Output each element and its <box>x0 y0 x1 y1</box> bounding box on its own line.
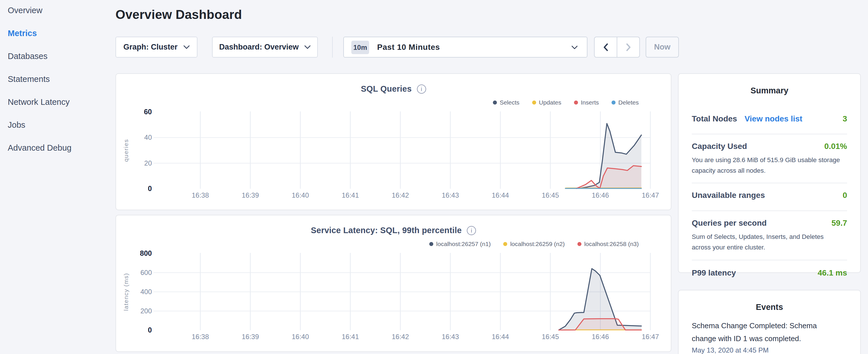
svg-text:200: 200 <box>141 307 152 315</box>
sidebar-item-advanced-debug[interactable]: Advanced Debug <box>8 144 111 152</box>
svg-text:16:47: 16:47 <box>642 333 659 341</box>
svg-text:16:45: 16:45 <box>541 333 559 341</box>
svg-text:0: 0 <box>148 185 152 192</box>
svg-text:16:38: 16:38 <box>192 333 209 341</box>
svg-text:16:42: 16:42 <box>392 191 409 199</box>
events-panel: Events Schema Change Completed: Schema c… <box>678 290 861 354</box>
svg-text:16:45: 16:45 <box>541 191 559 199</box>
view-nodes-list-link[interactable]: View nodes list <box>744 114 802 123</box>
qps-value: 59.7 <box>832 219 847 228</box>
p99-latency-value: 46.1 ms <box>817 268 847 278</box>
summary-title: Summary <box>692 86 847 95</box>
event-item-text[interactable]: Schema Change Completed: Schema change w… <box>692 319 827 345</box>
sidebar: Overview Metrics Databases Statements Ne… <box>8 6 111 167</box>
time-window-label: Past 10 Minutes <box>377 37 440 57</box>
capacity-used-label: Capacity Used <box>692 142 747 151</box>
dashboard-dropdown-label: Dashboard: Overview <box>219 43 299 52</box>
chevron-right-icon <box>626 43 631 51</box>
summary-row-unavailable-ranges: Unavailable ranges 0 <box>692 183 847 211</box>
chevron-down-icon <box>183 45 190 49</box>
chevron-down-icon <box>571 45 578 49</box>
qps-description: Sum of Selects, Updates, Inserts, and De… <box>692 231 842 253</box>
next-range-button[interactable] <box>617 37 639 57</box>
total-nodes-value: 3 <box>842 114 847 123</box>
now-button[interactable]: Now <box>646 37 679 58</box>
capacity-used-description: You are using 28.6 MiB of 515.9 GiB usab… <box>692 155 842 176</box>
svg-text:60: 60 <box>144 108 152 116</box>
graph-dropdown-label: Graph: Cluster <box>123 43 177 52</box>
sidebar-item-metrics[interactable]: Metrics <box>8 29 111 37</box>
service-latency-plot[interactable]: 020040060080016:3816:3916:4016:4116:4216… <box>116 215 672 353</box>
svg-text:16:39: 16:39 <box>242 333 259 341</box>
svg-text:16:44: 16:44 <box>492 191 509 199</box>
total-nodes-label: Total Nodes <box>692 114 737 123</box>
time-window-selector[interactable]: 10m Past 10 Minutes <box>343 37 587 58</box>
svg-text:queries: queries <box>123 139 129 162</box>
svg-text:0: 0 <box>148 326 152 334</box>
svg-text:16:46: 16:46 <box>592 333 609 341</box>
chevron-left-icon <box>603 43 608 51</box>
sql-queries-plot[interactable]: 020406016:3816:3916:4016:4116:4216:4316:… <box>116 74 672 211</box>
svg-text:16:43: 16:43 <box>442 191 459 199</box>
chevron-down-icon <box>304 45 311 49</box>
svg-text:16:44: 16:44 <box>492 333 509 341</box>
svg-text:800: 800 <box>140 249 152 257</box>
summary-row-qps: Queries per second 59.7 Sum of Selects, … <box>692 211 847 260</box>
svg-text:20: 20 <box>144 159 152 167</box>
dashboard-dropdown[interactable]: Dashboard: Overview <box>212 37 318 58</box>
controls-row: Graph: Cluster Dashboard: Overview 10m P… <box>0 37 868 58</box>
svg-text:16:41: 16:41 <box>342 333 359 341</box>
svg-text:latency (ms): latency (ms) <box>123 273 129 311</box>
svg-text:16:47: 16:47 <box>642 191 659 199</box>
events-title: Events <box>692 302 847 312</box>
sidebar-item-jobs[interactable]: Jobs <box>8 121 111 129</box>
sidebar-item-overview[interactable]: Overview <box>8 6 111 14</box>
summary-row-capacity: Capacity Used 0.01% You are using 28.6 M… <box>692 134 847 183</box>
svg-text:16:40: 16:40 <box>292 191 309 199</box>
qps-label: Queries per second <box>692 219 767 228</box>
svg-text:16:46: 16:46 <box>592 191 609 199</box>
svg-text:400: 400 <box>141 288 152 296</box>
time-range-nav <box>594 37 640 58</box>
sidebar-item-statements[interactable]: Statements <box>8 75 111 83</box>
svg-text:16:41: 16:41 <box>342 191 359 199</box>
unavailable-ranges-value: 0 <box>842 191 847 200</box>
event-item-timestamp: May 13, 2020 at 4:45 PM <box>692 346 847 354</box>
summary-row-total-nodes: Total Nodes View nodes list 3 <box>692 95 847 134</box>
svg-text:16:39: 16:39 <box>242 191 259 199</box>
page-title: Overview Dashboard <box>116 7 242 22</box>
prev-range-button[interactable] <box>595 37 617 57</box>
sql-queries-chart-card: SQL Queries i SelectsUpdatesInsertsDelet… <box>116 73 672 210</box>
svg-text:16:38: 16:38 <box>192 191 209 199</box>
controls-divider <box>332 37 333 58</box>
graph-dropdown[interactable]: Graph: Cluster <box>116 37 197 58</box>
summary-row-p99: P99 latency 46.1 ms <box>692 260 847 286</box>
summary-panel: Summary Total Nodes View nodes list 3 Ca… <box>678 73 861 273</box>
svg-text:16:43: 16:43 <box>442 333 459 341</box>
p99-latency-label: P99 latency <box>692 268 736 278</box>
service-latency-chart-card: Service Latency: SQL, 99th percentile i … <box>116 215 672 352</box>
svg-text:600: 600 <box>141 269 152 277</box>
sidebar-item-network-latency[interactable]: Network Latency <box>8 98 111 106</box>
svg-text:16:42: 16:42 <box>392 333 409 341</box>
unavailable-ranges-label: Unavailable ranges <box>692 191 765 200</box>
svg-text:40: 40 <box>144 133 152 141</box>
time-window-badge: 10m <box>351 41 369 54</box>
app-root: Overview Metrics Databases Statements Ne… <box>0 0 868 354</box>
capacity-used-value: 0.01% <box>825 142 847 151</box>
svg-text:16:40: 16:40 <box>292 333 309 341</box>
